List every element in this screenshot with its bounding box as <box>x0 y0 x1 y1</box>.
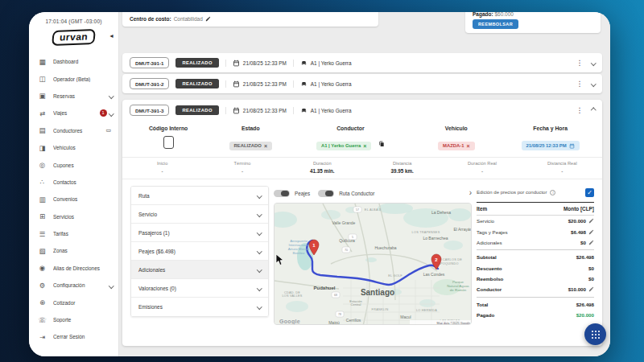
trip-detail-panel: DMUT-391-3 REALIZADO 21/08/25 12:33 PM A… <box>122 100 602 346</box>
tolls-toggle[interactable] <box>274 190 290 197</box>
sidebar-item-dashboard[interactable]: ▦Dashboard <box>29 53 118 70</box>
sidebar-collapse-icon[interactable]: ◄ <box>109 33 114 39</box>
status-pill[interactable]: REALIZADO× <box>229 142 272 150</box>
accordion-emisiones[interactable]: Emisiones <box>131 298 268 316</box>
driver-route-toggle-label: Ruta Conductor <box>339 191 374 196</box>
expand-map-icon[interactable]: › <box>469 189 472 197</box>
paid-label: Pagado: <box>473 12 493 17</box>
apps-grid-icon <box>591 330 601 339</box>
sidebar-item-servicios[interactable]: ⊞Servicios <box>29 208 118 225</box>
chevron-down-icon[interactable] <box>591 81 596 86</box>
trip-row-expanded[interactable]: DMUT-391-3 REALIZADO 21/08/25 12:33 PM A… <box>122 100 602 121</box>
operator-icon: ◫ <box>37 75 47 83</box>
sidebar-item-reservas[interactable]: ▣Reservas <box>29 88 118 105</box>
cost-center-card: Centro de costo: Contabilidad <box>122 12 378 27</box>
sidebar-item-zonas[interactable]: ▧Zonas <box>29 242 118 259</box>
trip-code-chip[interactable]: DMUT-391-1 <box>130 57 169 68</box>
chevron-down-icon[interactable] <box>591 60 596 65</box>
sidebar-item-cerrar-sesion[interactable]: ⇥Cerrar Sesión <box>29 328 118 345</box>
sidebar-item-tarifas[interactable]: ☰Tarifas <box>29 225 118 242</box>
map-label: Macul <box>400 315 411 319</box>
sidebar-item-conductores[interactable]: ▤Conductores▭ <box>29 122 118 139</box>
edit-cost-center-icon[interactable] <box>205 16 211 22</box>
trip-datetime: 21/08/25 12:33 PM <box>243 108 287 113</box>
vehicle-pill[interactable]: MAZDA-1× <box>438 142 475 150</box>
trips-icon: ⇄ <box>37 109 47 117</box>
sidebar-item-convenios[interactable]: ▥Convenios <box>29 191 118 208</box>
drivers-icon: ▤ <box>37 126 47 134</box>
vehicles-icon: ◨ <box>37 144 47 152</box>
internal-code-input[interactable] <box>163 136 174 149</box>
apps-grid-fab[interactable] <box>584 323 606 345</box>
price-edit-checkbox[interactable]: ✓ <box>585 188 594 197</box>
accordion-servicio[interactable]: Servicio <box>131 205 268 224</box>
map-label: Cerrillos <box>346 318 361 323</box>
driver-pill[interactable]: A1 | Yerko Guerra× <box>316 142 371 150</box>
sidebar-item-soporte[interactable]: ☏Soporte <box>29 311 118 328</box>
edit-amount-icon[interactable] <box>588 240 594 245</box>
datetime-pill[interactable]: 21/08/25 12:33 PM <box>522 141 580 150</box>
tolls-toggle-label: Peajes <box>295 191 310 196</box>
metric-distancia: Distancia39.95 km. <box>362 161 442 174</box>
trip-code-chip[interactable]: DMUT-391-2 <box>130 78 169 89</box>
google-logo: Google <box>279 319 300 325</box>
edit-amount-icon[interactable] <box>588 218 594 224</box>
sidebar-item-operador-beta[interactable]: ◫Operador (Beta) <box>29 70 118 87</box>
row-menu-icon[interactable]: ⋮ <box>575 80 585 88</box>
map-label: Central <box>351 302 361 306</box>
edit-amount-icon[interactable] <box>588 229 594 235</box>
sidebar-item-contactos[interactable]: ∴Contactos <box>29 174 118 191</box>
sidebar-item-cupones[interactable]: ◎Cupones <box>29 156 118 173</box>
accordion-peajes-6-498-[interactable]: Peajes ($6.498) <box>131 242 268 261</box>
driver-label: Conductor <box>291 125 409 131</box>
map-label: El Arrayán <box>453 227 472 232</box>
map-label: LOS TRAPENSES <box>412 231 440 234</box>
chevron-down-icon <box>109 111 114 116</box>
accordion-valoraciones-0-[interactable]: Valoraciones (0) <box>131 279 268 298</box>
pricing-row-adicionales: Adicionales$0 <box>477 237 594 248</box>
chevron-up-icon[interactable] <box>591 108 596 113</box>
sidebar-item-alias-de-direcciones[interactable]: ◉Alias de Direcciones <box>29 260 118 277</box>
sidebar-item-label: Dashboard <box>53 59 113 64</box>
accordion-ruta[interactable]: Ruta <box>131 187 268 205</box>
dashboard-icon: ▦ <box>37 58 47 66</box>
accordion-pasajeros-1-[interactable]: Pasajeros (1) <box>131 224 268 242</box>
pricing-panel: Edición de precios por conductor i ✓ Ite… <box>477 186 594 325</box>
trip-row[interactable]: DMUT-391-2 REALIZADO 21/08/25 12:33 PM A… <box>122 74 602 93</box>
chevron-down-icon <box>257 304 262 309</box>
sidebar-item-viajes[interactable]: ⇄Viajes1 <box>29 105 118 121</box>
row-menu-icon[interactable]: ⋮ <box>575 59 585 67</box>
sidebar-item-configuracion[interactable]: ⚙Configuración <box>29 277 118 294</box>
pricing-row-conductor: Conductor$10.000 <box>477 284 594 294</box>
sidebar-item-label: Convenios <box>53 196 113 202</box>
trip-row[interactable]: DMUT-391-1 REALIZADO 21/08/25 12:33 PM A… <box>122 53 602 72</box>
copy-icon[interactable] <box>378 141 385 147</box>
remove-icon[interactable]: × <box>363 144 366 148</box>
address-pin-icon: ◉ <box>37 264 47 272</box>
sidebar-item-vehiculos[interactable]: ◨Vehículos <box>29 139 118 156</box>
edit-amount-icon[interactable] <box>588 286 594 292</box>
trip-driver: A1 | Yerko Guerra <box>311 60 352 66</box>
map-label: FRANKLIN <box>372 308 389 311</box>
sidebar-item-label: Tarifas <box>53 231 113 237</box>
trip-datetime: 21/08/25 12:33 PM <box>243 60 287 66</box>
logout-icon: ⇥ <box>37 333 47 341</box>
sidebar-item-label: Cotizador <box>53 300 113 306</box>
row-menu-icon[interactable]: ⋮ <box>575 106 585 114</box>
chevron-down-icon <box>109 93 114 98</box>
calendar-icon <box>233 60 240 67</box>
trip-code-chip[interactable]: DMUT-391-3 <box>130 105 169 116</box>
sidebar-item-cotizador[interactable]: ⊕Cotizador <box>29 294 118 311</box>
map-svg: 575706878 AeropuertoInternacionalArturo … <box>275 204 472 325</box>
remove-icon[interactable]: × <box>467 144 470 148</box>
refund-button[interactable]: REEMBOLSAR <box>473 19 518 29</box>
driver-route-toggle[interactable] <box>318 190 334 197</box>
chevron-down-icon <box>257 212 262 216</box>
car-icon <box>300 107 308 114</box>
accordion-adicionales[interactable]: Adicionales <box>131 261 268 279</box>
pricing-col-item: Item <box>477 206 487 212</box>
calendar-icon <box>233 80 240 88</box>
remove-icon[interactable]: × <box>264 144 267 148</box>
status-badge: REALIZADO <box>175 58 218 68</box>
route-map[interactable]: 575706878 AeropuertoInternacionalArturo … <box>274 203 472 325</box>
